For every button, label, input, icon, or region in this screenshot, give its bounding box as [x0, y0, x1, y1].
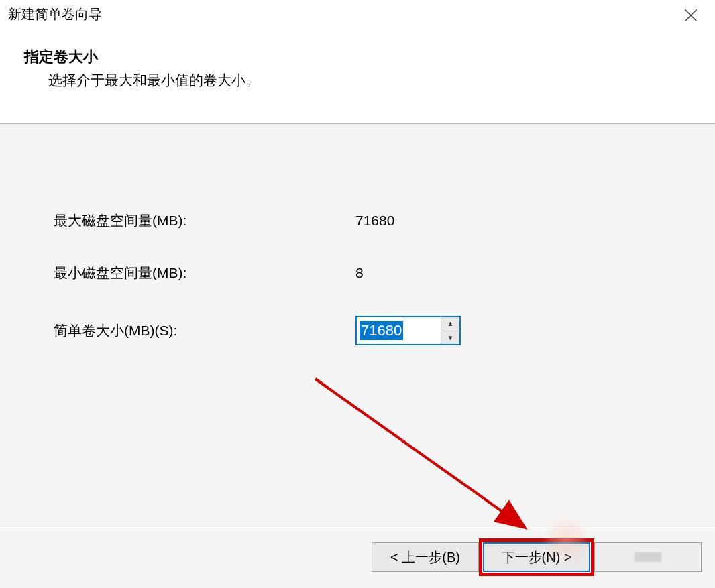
cancel-label-blurred — [635, 552, 661, 562]
min-disk-value: 8 — [355, 265, 364, 281]
spinner-down-button[interactable]: ▼ — [441, 331, 459, 345]
max-disk-label: 最大磁盘空间量(MB): — [54, 211, 355, 230]
max-disk-value: 71680 — [355, 213, 394, 229]
close-button[interactable] — [677, 5, 704, 25]
min-disk-label: 最小磁盘空间量(MB): — [54, 263, 355, 282]
triangle-down-icon: ▼ — [447, 334, 454, 341]
triangle-up-icon: ▲ — [447, 320, 454, 327]
cancel-button[interactable] — [594, 542, 702, 572]
volume-size-label: 简单卷大小(MB)(S): — [54, 321, 355, 340]
volume-size-input[interactable]: 71680 — [360, 321, 403, 340]
spinner-up-button[interactable]: ▲ — [441, 317, 459, 331]
volume-size-spinner[interactable]: 71680 ▲ ▼ — [355, 316, 461, 345]
wizard-button-bar: < 上一步(B) 下一步(N) > — [0, 526, 715, 588]
window-title: 新建简单卷向导 — [8, 5, 102, 23]
wizard-content: 最大磁盘空间量(MB): 71680 最小磁盘空间量(MB): 8 简单卷大小(… — [0, 124, 715, 526]
page-description: 选择介于最大和最小值的卷大小。 — [24, 71, 715, 90]
close-icon — [684, 9, 698, 22]
svg-line-3 — [315, 379, 523, 526]
page-title: 指定卷大小 — [24, 47, 715, 67]
watermark-blur — [546, 520, 586, 560]
back-button[interactable]: < 上一步(B) — [372, 542, 479, 572]
wizard-header: 指定卷大小 选择介于最大和最小值的卷大小。 — [0, 27, 715, 124]
